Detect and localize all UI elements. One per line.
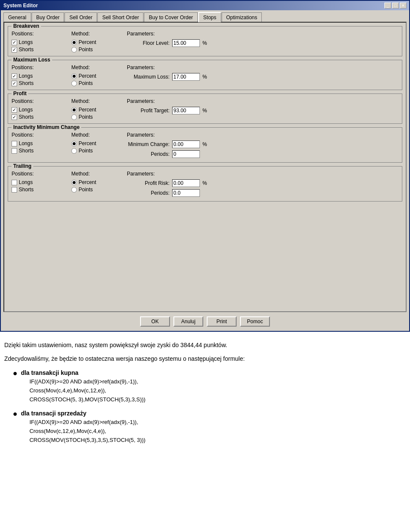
profit-param-label: Profit Target: <box>127 108 170 114</box>
profit-points-radio[interactable] <box>71 114 77 120</box>
maximum-loss-section: Maximum Loss Positions: Method: Paramete… <box>8 60 402 90</box>
breakeven-points-label: Points <box>79 47 93 53</box>
profit-shorts-checkbox[interactable] <box>12 114 17 120</box>
trailing-percent-row: Percent <box>71 179 127 185</box>
trailing-longs-checkbox[interactable] <box>12 180 17 185</box>
profit-positions: Longs Shorts <box>12 107 71 120</box>
inactivity-percent-radio[interactable] <box>71 141 77 146</box>
trailing-points-label: Points <box>79 187 93 193</box>
inactivity-content: Positions: Method: Parameters: Longs Sho… <box>12 132 398 159</box>
breakeven-longs-label: Longs <box>19 39 33 45</box>
bullet2-line3: CROSS(MOV(STOCH(5,3),3,S),STOCH(5, 3))) <box>29 436 406 445</box>
tab-sell-short-order[interactable]: Sell Short Order <box>97 12 144 22</box>
tab-buy-to-cover-order[interactable]: Buy to Cover Order <box>144 12 197 22</box>
inactivity-param1-unit: % <box>202 141 207 147</box>
inactivity-param1-input[interactable] <box>172 140 200 148</box>
breakeven-percent-radio[interactable] <box>71 40 77 45</box>
tab-optimizations[interactable]: Optimizations <box>222 12 262 22</box>
breakeven-points-row: Points <box>71 47 127 53</box>
maximum-loss-method: Percent Points <box>71 73 127 86</box>
maximize-button[interactable]: □ <box>392 3 399 9</box>
breakeven-positions: Longs Shorts <box>12 39 71 53</box>
trailing-param2-input[interactable] <box>172 189 200 197</box>
tab-sell-order[interactable]: Sell Order <box>64 12 97 22</box>
bullet2-line2: Cross(Mov(c,12,e),Mov(c,4,e)), <box>29 427 406 436</box>
breakeven-positions-header: Positions: <box>12 31 71 37</box>
breakeven-percent-row: Percent <box>71 39 127 45</box>
profit-percent-radio[interactable] <box>71 107 77 113</box>
inactivity-positions-header: Positions: <box>12 132 71 138</box>
maximum-loss-positions-header: Positions: <box>12 64 71 70</box>
minimize-button[interactable]: _ <box>384 3 391 9</box>
breakeven-longs-checkbox[interactable] <box>12 40 17 45</box>
close-button[interactable]: ✕ <box>400 3 407 9</box>
profit-positions-header: Positions: <box>12 98 71 104</box>
anuluj-button[interactable]: Anuluj <box>173 316 203 327</box>
intro-text: Dzięki takim ustawieniom, nasz system po… <box>4 340 406 350</box>
maximum-loss-points-radio[interactable] <box>71 81 77 86</box>
tab-buy-order[interactable]: Buy Order <box>32 12 64 22</box>
profit-header: Positions: Method: Parameters: <box>12 98 398 105</box>
profit-method: Percent Points <box>71 107 127 120</box>
inactivity-percent-label: Percent <box>79 140 96 146</box>
tab-general[interactable]: General <box>3 12 31 22</box>
bottom-bar: OK Anuluj Print Pomoc <box>1 312 409 331</box>
breakeven-section: Breakeven Positions: Method: Parameters:… <box>8 26 402 56</box>
breakeven-param-unit: % <box>202 40 207 46</box>
breakeven-title: Breakeven <box>12 23 41 29</box>
trailing-longs-row: Longs <box>12 179 71 185</box>
maximum-loss-params: Maximum Loss: % <box>127 73 398 86</box>
breakeven-param-input[interactable] <box>172 39 200 47</box>
bullet1-line1: IF((ADX(9)>=20 AND adx(9)>ref(adx(9),-1)… <box>29 377 406 386</box>
ok-button[interactable]: OK <box>140 316 170 327</box>
trailing-points-radio[interactable] <box>71 187 77 193</box>
trailing-title: Trailing <box>12 163 33 169</box>
breakeven-shorts-label: Shorts <box>19 47 34 53</box>
trailing-method-header: Method: <box>71 171 127 177</box>
profit-longs-label: Longs <box>19 107 33 113</box>
tab-stops[interactable]: Stops <box>198 12 221 22</box>
print-button[interactable]: Print <box>207 316 237 327</box>
profit-params-header: Parameters: <box>127 98 155 104</box>
below-window: Dzięki takim ustawieniom, nasz system po… <box>0 332 410 453</box>
trailing-param1-row: Profit Risk: % <box>127 179 398 187</box>
profit-points-row: Points <box>71 114 127 120</box>
profit-points-label: Points <box>79 114 93 120</box>
profit-param-input[interactable] <box>172 107 200 114</box>
inactivity-shorts-row: Shorts <box>12 148 71 154</box>
inactivity-longs-checkbox[interactable] <box>12 141 17 146</box>
trailing-shorts-checkbox[interactable] <box>12 187 17 193</box>
inactivity-param1-row: Minimum Change: % <box>127 140 398 148</box>
trailing-param1-input[interactable] <box>172 179 200 187</box>
maximum-loss-percent-radio[interactable] <box>71 73 77 79</box>
breakeven-shorts-checkbox[interactable] <box>12 47 17 53</box>
profit-section: Profit Positions: Method: Parameters: Lo… <box>8 94 402 124</box>
trailing-param1-label: Profit Risk: <box>127 180 170 186</box>
pomoc-button[interactable]: Pomoc <box>240 316 270 327</box>
profit-longs-checkbox[interactable] <box>12 107 17 113</box>
maximum-loss-method-header: Method: <box>71 64 127 70</box>
trailing-method: Percent Points <box>71 179 127 198</box>
inactivity-shorts-checkbox[interactable] <box>12 148 17 154</box>
bullet1-content: dla transakcji kupna IF((ADX(9)>=20 AND … <box>21 368 406 404</box>
bullet1-lines: IF((ADX(9)>=20 AND adx(9)>ref(adx(9),-1)… <box>21 377 406 404</box>
profit-shorts-row: Shorts <box>12 114 71 120</box>
bullet2-title: dla transacji sprzedaży <box>21 409 406 418</box>
inactivity-header: Positions: Method: Parameters: <box>12 132 398 139</box>
inactivity-percent-row: Percent <box>71 140 127 146</box>
trailing-param2-row: Periods: <box>127 189 398 197</box>
maximum-loss-param-label: Maximum Loss: <box>127 74 170 80</box>
window-title: System Editor <box>3 3 38 9</box>
inactivity-param2-input[interactable] <box>172 150 200 158</box>
inactivity-method: Percent Points <box>71 140 127 159</box>
maximum-loss-longs-checkbox[interactable] <box>12 73 17 79</box>
breakeven-points-radio[interactable] <box>71 47 77 53</box>
trailing-percent-radio[interactable] <box>71 180 77 185</box>
formula-list: ● dla transakcji kupna IF((ADX(9)>=20 AN… <box>4 368 406 445</box>
inactivity-points-radio[interactable] <box>71 148 77 154</box>
maximum-loss-shorts-checkbox[interactable] <box>12 81 17 86</box>
breakeven-param-label: Floor Level: <box>127 40 170 46</box>
trailing-header: Positions: Method: Parameters: <box>12 171 398 178</box>
maximum-loss-param-input[interactable] <box>172 73 200 81</box>
trailing-percent-label: Percent <box>79 179 96 185</box>
